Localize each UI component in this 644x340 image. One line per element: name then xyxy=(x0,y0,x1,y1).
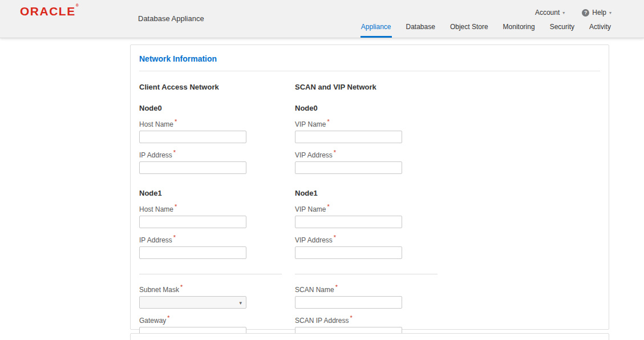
node1-title: Node1 xyxy=(295,189,438,197)
tab-database[interactable]: Database xyxy=(406,23,436,38)
required-marker: * xyxy=(334,234,336,241)
scan-name-input[interactable] xyxy=(295,296,402,309)
required-marker: * xyxy=(335,284,338,290)
host-name-label: Host Name* xyxy=(139,203,282,213)
account-menu[interactable]: Account ▾ xyxy=(535,9,565,17)
scan-vip-network-title: SCAN and VIP Network xyxy=(295,83,438,91)
app-title: Database Appliance xyxy=(138,14,204,23)
node0-vip-address-input[interactable] xyxy=(295,161,402,174)
required-marker: * xyxy=(327,203,329,210)
help-label: Help xyxy=(592,9,606,17)
node1-title: Node1 xyxy=(139,189,282,197)
header-utility-bar: Account ▾ ? Help ▾ xyxy=(535,9,611,17)
gateway-label: Gateway* xyxy=(139,314,282,325)
section-divider xyxy=(139,71,600,71)
host-name-label: Host Name* xyxy=(139,118,282,128)
account-label: Account xyxy=(535,9,560,17)
node1-host-name-input[interactable] xyxy=(139,216,246,228)
tab-security[interactable]: Security xyxy=(549,23,575,38)
chevron-down-icon: ▾ xyxy=(562,10,565,15)
node0-vip-name-input[interactable] xyxy=(295,131,402,143)
required-marker: * xyxy=(180,284,183,290)
client-network-settings: Subnet Mask* ▾ Gateway* xyxy=(139,284,282,339)
tab-object-store[interactable]: Object Store xyxy=(449,23,489,38)
help-menu[interactable]: ? Help ▾ xyxy=(582,9,611,17)
node0-ip-address-input[interactable] xyxy=(139,161,246,174)
chevron-down-icon: ▾ xyxy=(239,300,242,306)
required-marker: * xyxy=(334,149,336,156)
tab-monitoring[interactable]: Monitoring xyxy=(503,23,536,38)
node0-title: Node0 xyxy=(295,104,438,112)
oracle-logo-text: ORACLE xyxy=(20,5,76,18)
scan-ip-address-label: SCAN IP Address* xyxy=(295,314,438,325)
next-section-card xyxy=(130,333,609,340)
client-access-network-title: Client Access Network xyxy=(139,83,282,91)
tab-appliance[interactable]: Appliance xyxy=(361,23,392,38)
scan-vip-network-column: SCAN and VIP Network Node0 VIP Name* VIP… xyxy=(295,83,438,340)
ip-address-label: IP Address* xyxy=(139,234,282,244)
required-marker: * xyxy=(167,314,169,321)
ip-address-label: IP Address* xyxy=(139,149,282,159)
required-marker: * xyxy=(327,118,329,125)
node0-host-name-input[interactable] xyxy=(139,131,246,143)
oracle-logo: ORACLE® xyxy=(20,5,79,18)
node1-vip-name-input[interactable] xyxy=(295,216,402,228)
client-access-network-column: Client Access Network Node0 Host Name* I… xyxy=(139,83,282,340)
column-divider xyxy=(139,274,282,274)
vip-name-label: VIP Name* xyxy=(295,118,438,128)
tab-activity[interactable]: Activity xyxy=(589,23,611,38)
subnet-mask-label: Subnet Mask* xyxy=(139,284,282,294)
vip-address-label: VIP Address* xyxy=(295,234,438,244)
help-icon: ? xyxy=(582,9,589,17)
required-marker: * xyxy=(175,118,177,125)
scan-name-label: SCAN Name* xyxy=(295,284,438,294)
column-divider xyxy=(295,274,438,274)
scan-network-settings: SCAN Name* SCAN IP Address* xyxy=(295,284,438,340)
registered-mark: ® xyxy=(76,3,79,7)
tab-bar: Appliance Database Object Store Monitori… xyxy=(361,23,611,38)
network-information-card: Network Information Client Access Networ… xyxy=(130,44,609,330)
network-columns: Client Access Network Node0 Host Name* I… xyxy=(139,83,600,340)
node1-ip-address-input[interactable] xyxy=(139,246,246,259)
node0-title: Node0 xyxy=(139,104,282,112)
section-title: Network Information xyxy=(139,54,600,63)
subnet-mask-select[interactable]: ▾ xyxy=(139,296,246,309)
chevron-down-icon: ▾ xyxy=(609,10,611,15)
required-marker: * xyxy=(350,314,353,321)
vip-address-label: VIP Address* xyxy=(295,149,438,159)
required-marker: * xyxy=(173,149,176,156)
vip-name-label: VIP Name* xyxy=(295,203,438,213)
required-marker: * xyxy=(175,203,177,210)
node1-vip-address-input[interactable] xyxy=(295,246,402,259)
app-header: ORACLE® Database Appliance Account ▾ ? H… xyxy=(0,0,644,38)
required-marker: * xyxy=(173,234,176,241)
